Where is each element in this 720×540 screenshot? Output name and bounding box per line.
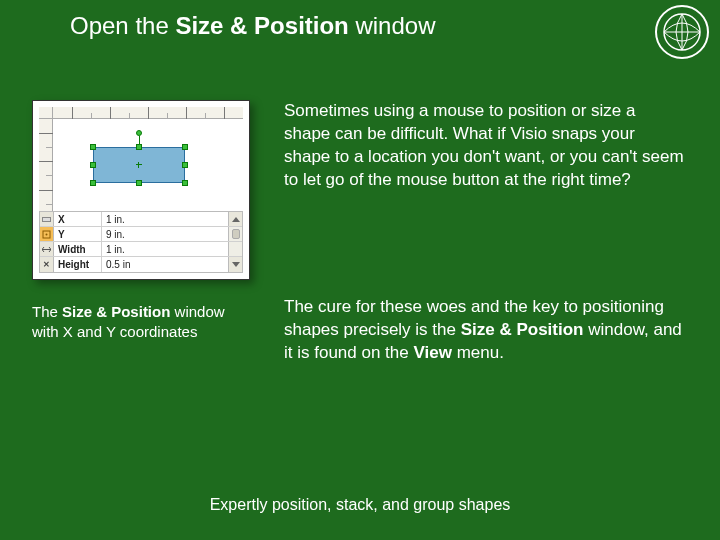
title-pre: Open the: [70, 12, 175, 39]
rotation-handle[interactable]: [136, 130, 142, 136]
visio-panel: X 1 in. Y 9 in. Width 1 in. ✕ Height 0.5…: [32, 100, 250, 280]
row-tab-icon[interactable]: [40, 212, 54, 226]
visio-canvas: [39, 107, 243, 213]
slide-footer: Expertly position, stack, and group shap…: [0, 496, 720, 514]
svg-rect-6: [43, 218, 50, 221]
body-paragraph-1: Sometimes using a mouse to position or s…: [284, 100, 684, 192]
institute-seal-logo: [654, 4, 710, 60]
pin-handle[interactable]: [136, 162, 142, 168]
title-post: window: [349, 12, 436, 39]
ruler-vertical: [39, 119, 53, 213]
sp-value[interactable]: 1 in.: [102, 212, 228, 226]
sp-label: Width: [54, 242, 102, 256]
sp-value[interactable]: 9 in.: [102, 227, 228, 241]
p2-seg3: menu.: [452, 343, 504, 362]
ruler-corner: [39, 107, 53, 119]
title-bold: Size & Position: [175, 12, 348, 39]
sp-label: Height: [54, 257, 102, 272]
drawing-page: [53, 119, 243, 213]
svg-point-8: [46, 233, 48, 235]
sp-row-height: ✕ Height 0.5 in: [40, 257, 242, 272]
scroll-track[interactable]: [228, 227, 242, 241]
caption-bold: Size & Position: [62, 303, 170, 320]
slide-title: Open the Size & Position window: [70, 12, 436, 40]
close-row-icon[interactable]: ✕: [40, 257, 54, 272]
size-position-window: X 1 in. Y 9 in. Width 1 in. ✕ Height 0.5…: [39, 211, 243, 273]
row-tab-icon[interactable]: [40, 227, 54, 241]
resize-handle[interactable]: [182, 180, 188, 186]
resize-handle[interactable]: [90, 144, 96, 150]
sp-value[interactable]: 0.5 in: [102, 257, 228, 272]
ruler-horizontal: [53, 107, 243, 119]
scroll-track[interactable]: [228, 242, 242, 256]
sp-label: X: [54, 212, 102, 226]
scroll-down-button[interactable]: [228, 257, 242, 272]
panel-caption: The Size & Position window with X and Y …: [32, 302, 252, 343]
resize-handle[interactable]: [90, 162, 96, 168]
selected-shape[interactable]: [93, 147, 185, 183]
resize-handle[interactable]: [182, 144, 188, 150]
p2-bold1: Size & Position: [461, 320, 584, 339]
sp-row-width: Width 1 in.: [40, 242, 242, 257]
sp-label: Y: [54, 227, 102, 241]
row-tab-icon[interactable]: [40, 242, 54, 256]
scroll-up-button[interactable]: [228, 212, 242, 226]
resize-handle[interactable]: [136, 180, 142, 186]
sp-value[interactable]: 1 in.: [102, 242, 228, 256]
sp-row-x: X 1 in.: [40, 212, 242, 227]
caption-pre: The: [32, 303, 62, 320]
p2-bold2: View: [413, 343, 451, 362]
sp-row-y: Y 9 in.: [40, 227, 242, 242]
resize-handle[interactable]: [136, 144, 142, 150]
resize-handle[interactable]: [90, 180, 96, 186]
resize-handle[interactable]: [182, 162, 188, 168]
body-paragraph-2: The cure for these woes and the key to p…: [284, 296, 684, 365]
